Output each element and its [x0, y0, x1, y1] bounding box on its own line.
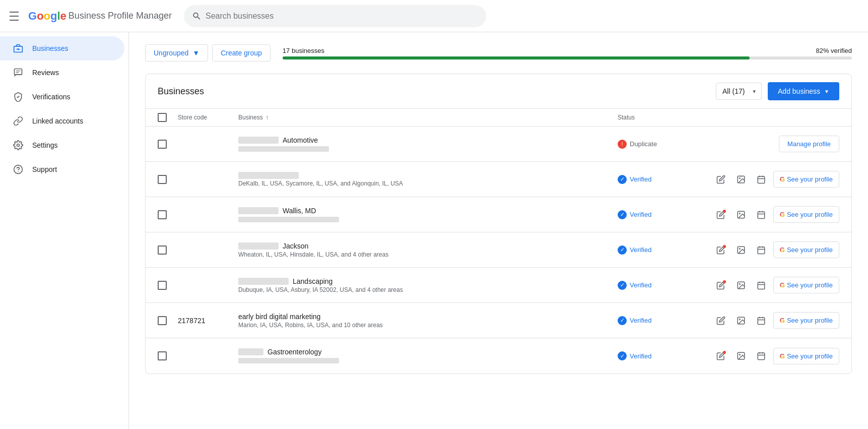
photo-button-2[interactable]: [733, 171, 749, 188]
app-title: Business Profile Manager: [69, 11, 172, 21]
edit-button-6[interactable]: [713, 313, 729, 329]
photo-button-6[interactable]: [733, 313, 749, 329]
business-address-4: Wheaton, IL, USA, Hinsdale, IL, USA, and…: [238, 251, 618, 258]
sidebar-support-label: Support: [32, 165, 57, 173]
notification-dot-7: [723, 351, 726, 354]
sidebar-item-linked-accounts[interactable]: Linked accounts: [0, 109, 124, 133]
business-info-7: Gastroenterology: [238, 348, 618, 364]
see-profile-button-5[interactable]: G See your profile: [773, 277, 839, 293]
business-info-4: Jackson Wheaton, IL, USA, Hinsdale, IL, …: [238, 242, 618, 258]
businesses-header-right: All (17) Add business ▼: [716, 82, 839, 100]
see-profile-button-6[interactable]: G See your profile: [773, 312, 839, 329]
row-checkbox-4[interactable]: [158, 246, 167, 255]
sidebar-linked-label: Linked accounts: [32, 117, 83, 125]
notification-dot-4: [723, 245, 726, 248]
svg-point-6: [17, 144, 20, 147]
select-all-checkbox[interactable]: [158, 113, 167, 122]
business-info-2: DeKalb, IL, USA, Sycamore, IL, USA, and …: [238, 172, 618, 187]
create-group-button[interactable]: Create group: [212, 44, 271, 62]
blurred-address-3: [238, 217, 339, 222]
posts-button-2[interactable]: [753, 171, 769, 188]
businesses-panel: Businesses All (17) Add business ▼: [145, 74, 852, 374]
layout: Businesses Reviews Verifications: [0, 32, 868, 386]
menu-icon[interactable]: [8, 10, 20, 22]
row-checkbox-7[interactable]: [158, 351, 167, 360]
status-label-7: Verified: [630, 352, 651, 360]
see-profile-button-2[interactable]: G See your profile: [773, 171, 839, 188]
search-bar: [184, 5, 486, 27]
posts-button-7[interactable]: [753, 348, 769, 364]
edit-button-3[interactable]: [713, 207, 729, 223]
row-checkbox-2[interactable]: [158, 175, 167, 184]
edit-button-5[interactable]: [713, 277, 729, 293]
add-business-button[interactable]: Add business ▼: [768, 82, 839, 100]
actions-cell-1: Manage profile: [698, 136, 839, 152]
google-g-icon-2: G: [780, 175, 785, 183]
ungrouped-button[interactable]: Ungrouped ▼: [145, 44, 208, 62]
svg-rect-18: [758, 212, 765, 219]
status-cell-2: ✓ Verified: [618, 175, 698, 184]
add-business-chevron-icon: ▼: [824, 89, 829, 94]
business-address-2: DeKalb, IL, USA, Sycamore, IL, USA, and …: [238, 180, 618, 187]
actions-cell-5: G See your profile: [698, 277, 839, 293]
edit-button-2[interactable]: [713, 171, 729, 188]
posts-button-3[interactable]: [753, 207, 769, 223]
verified-icon-4: ✓: [618, 246, 627, 255]
photo-button-4[interactable]: [733, 242, 749, 258]
google-g-icon-6: G: [780, 317, 785, 324]
sort-arrow-icon: ↑: [265, 114, 269, 121]
table-row: 2178721 early bird digital marketing Mar…: [146, 303, 851, 338]
stats-area: 17 businesses 82% verified: [283, 47, 852, 59]
google-g-icon-7: G: [780, 352, 785, 360]
verified-percent: 82% verified: [816, 47, 852, 54]
row-checkbox-6[interactable]: [158, 316, 167, 325]
sidebar-item-verifications[interactable]: Verifications: [0, 85, 124, 109]
notification-dot-5: [723, 280, 726, 283]
reviews-icon: [12, 67, 24, 79]
sidebar-item-businesses[interactable]: Businesses: [0, 36, 124, 60]
businesses-panel-title: Businesses: [158, 86, 204, 97]
see-profile-button-4[interactable]: G See your profile: [773, 241, 839, 258]
business-name-1: Automotive: [238, 136, 618, 144]
posts-button-4[interactable]: [753, 242, 769, 258]
svg-point-8: [18, 171, 19, 172]
main-content: Ungrouped ▼ Create group 17 businesses 8…: [129, 32, 868, 386]
verified-icon-2: ✓: [618, 175, 627, 184]
sidebar-item-settings[interactable]: Settings: [0, 133, 124, 157]
see-profile-button-7[interactable]: G See your profile: [773, 348, 839, 364]
photo-button-3[interactable]: [733, 207, 749, 223]
businesses-panel-header: Businesses All (17) Add business ▼: [146, 74, 851, 109]
edit-button-7[interactable]: [713, 348, 729, 364]
photo-button-7[interactable]: [733, 348, 749, 364]
posts-button-5[interactable]: [753, 277, 769, 293]
posts-button-6[interactable]: [753, 313, 769, 329]
verified-icon-5: ✓: [618, 281, 627, 290]
business-info-3: Wallis, MD: [238, 207, 618, 223]
see-profile-button-3[interactable]: G See your profile: [773, 206, 839, 223]
manage-profile-button-1[interactable]: Manage profile: [779, 136, 839, 152]
progress-bar-container: [283, 56, 852, 59]
actions-cell-2: G See your profile: [698, 171, 839, 188]
sidebar-item-reviews[interactable]: Reviews: [0, 60, 124, 85]
row-checkbox-3[interactable]: [158, 210, 167, 219]
sidebar: Businesses Reviews Verifications: [0, 32, 129, 386]
duplicate-icon-1: !: [618, 140, 627, 149]
verified-icon-7: ✓: [618, 351, 627, 360]
progress-bar-fill: [283, 56, 750, 59]
actions-cell-6: G See your profile: [698, 312, 839, 329]
blurred-name-2: [238, 172, 299, 179]
status-cell-3: ✓ Verified: [618, 210, 698, 219]
search-input[interactable]: [206, 12, 478, 21]
stats-row: 17 businesses 82% verified: [283, 47, 852, 54]
filter-select[interactable]: All (17): [716, 83, 762, 100]
row-checkbox-5[interactable]: [158, 281, 167, 290]
sidebar-item-support[interactable]: Support: [0, 157, 124, 181]
edit-button-4[interactable]: [713, 242, 729, 258]
google-g-icon-5: G: [780, 281, 785, 289]
photo-button-5[interactable]: [733, 277, 749, 293]
svg-point-29: [739, 283, 740, 284]
businesses-icon: [12, 42, 24, 54]
header: Google Business Profile Manager: [0, 0, 868, 32]
col-header-business[interactable]: Business ↑: [238, 114, 618, 121]
row-checkbox-1[interactable]: [158, 140, 167, 149]
